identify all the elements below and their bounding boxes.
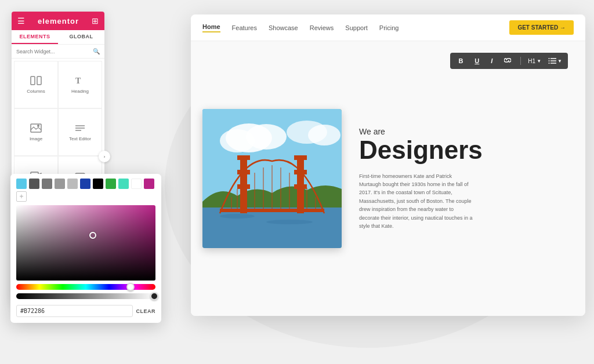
svg-point-4 <box>37 125 39 127</box>
swatch-green[interactable] <box>106 179 116 189</box>
sidebar-header: ☰ elementor ⊞ <box>12 12 104 30</box>
swatch-cyan[interactable] <box>16 179 27 189</box>
toolbar-italic[interactable]: I <box>488 56 495 65</box>
hue-slider-wrap <box>10 281 161 291</box>
bridge-image <box>202 109 342 248</box>
swatch-purple[interactable] <box>144 179 154 189</box>
image-icon <box>30 123 42 134</box>
browser-content: B U I H1 ▼ <box>191 41 585 316</box>
toolbar-list-dropdown-icon[interactable]: ▼ <box>557 59 562 64</box>
widget-image[interactable]: Image <box>14 108 58 156</box>
toolbar-underline[interactable]: U <box>472 56 481 65</box>
heading-icon: T <box>74 76 86 87</box>
svg-rect-1 <box>37 77 41 85</box>
toolbar-bold[interactable]: B <box>456 56 465 65</box>
tab-elements[interactable]: ELEMENTS <box>12 30 58 44</box>
svg-point-32 <box>246 124 287 150</box>
svg-point-27 <box>549 60 550 61</box>
swatch-black[interactable] <box>93 179 103 189</box>
swatch-teal[interactable] <box>118 179 129 189</box>
hue-thumb[interactable] <box>126 283 135 291</box>
toolbar-divider <box>520 57 521 65</box>
nav-links: Home Features Showcase Reviews Support P… <box>202 23 399 32</box>
svg-rect-41 <box>237 184 250 189</box>
toolbar-heading[interactable]: H1 ▼ <box>528 58 541 64</box>
widget-text-editor-label: Text Editor <box>69 136 91 141</box>
svg-point-34 <box>308 125 341 145</box>
hero-description: First-time homeowners Kate and Patrick M… <box>359 172 475 231</box>
svg-text:T: T <box>75 77 81 85</box>
search-input[interactable] <box>16 49 92 54</box>
hamburger-icon[interactable]: ☰ <box>17 16 25 26</box>
svg-rect-0 <box>31 77 35 85</box>
color-picker-panel: + CLEAR <box>10 174 161 323</box>
nav-pricing[interactable]: Pricing <box>379 24 399 31</box>
svg-rect-45 <box>294 184 307 189</box>
clear-button[interactable]: CLEAR <box>136 308 156 314</box>
widget-heading-label: Heading <box>71 89 89 94</box>
search-icon: 🔍 <box>93 48 100 54</box>
swatch-dark1[interactable] <box>29 179 39 189</box>
toolbar-h1-label: H1 <box>528 58 535 64</box>
widget-heading[interactable]: T Heading <box>58 61 102 108</box>
opacity-thumb[interactable] <box>150 292 158 300</box>
svg-rect-57 <box>220 209 324 212</box>
swatch-dark2[interactable] <box>42 179 52 189</box>
sidebar-search: 🔍 <box>12 45 104 59</box>
nav-features[interactable]: Features <box>232 24 257 31</box>
text-editor-toolbar: B U I H1 ▼ <box>450 53 568 69</box>
grid-icon[interactable]: ⊞ <box>92 16 99 26</box>
browser-window: Home Features Showcase Reviews Support P… <box>191 14 585 316</box>
widget-image-label: Image <box>30 136 42 141</box>
svg-point-36 <box>220 214 255 219</box>
sidebar-tabs: ELEMENTS GLOBAL <box>12 30 104 45</box>
toolbar-link[interactable] <box>502 56 513 65</box>
toolbar-list[interactable]: ▼ <box>548 57 562 64</box>
opacity-slider[interactable] <box>16 293 155 299</box>
swatch-blue[interactable] <box>80 179 90 189</box>
swatch-gray[interactable] <box>55 179 65 189</box>
hex-row: CLEAR <box>10 303 161 317</box>
columns-icon <box>30 76 42 87</box>
gradient-dark <box>16 205 155 281</box>
swatch-light[interactable] <box>67 179 78 189</box>
content-right: We are Designers First-time homeowners K… <box>353 41 585 316</box>
swatch-add-button[interactable]: + <box>16 191 27 202</box>
svg-rect-39 <box>237 155 250 160</box>
opacity-slider-wrap <box>10 291 161 303</box>
svg-point-28 <box>549 63 550 64</box>
sidebar-expand-arrow[interactable]: › <box>99 151 110 162</box>
widget-columns-label: Columns <box>27 89 45 94</box>
hue-slider[interactable] <box>16 284 155 290</box>
we-are-text: We are <box>359 127 568 136</box>
svg-point-26 <box>549 58 550 59</box>
bridge-svg <box>202 109 342 248</box>
nav-home[interactable]: Home <box>202 23 220 32</box>
text-editor-icon <box>74 123 86 134</box>
hex-input[interactable] <box>16 305 133 317</box>
widget-text-editor[interactable]: Text Editor <box>58 108 102 156</box>
svg-rect-35 <box>202 208 342 248</box>
color-swatches: + <box>10 174 161 205</box>
widget-columns[interactable]: Columns <box>14 61 58 108</box>
hero-title: Designers <box>359 137 568 163</box>
get-started-button[interactable]: GET STARTED → <box>509 20 574 35</box>
nav-support[interactable]: Support <box>345 24 368 31</box>
tab-global[interactable]: GLOBAL <box>58 30 104 44</box>
toolbar-heading-dropdown-icon[interactable]: ▼ <box>537 59 541 64</box>
content-left <box>191 41 353 316</box>
nav-reviews[interactable]: Reviews <box>310 24 334 31</box>
nav-showcase[interactable]: Showcase <box>269 24 298 31</box>
svg-rect-43 <box>294 155 307 160</box>
svg-point-37 <box>266 220 313 224</box>
browser-nav: Home Features Showcase Reviews Support P… <box>191 14 585 41</box>
color-gradient-area[interactable] <box>16 205 155 281</box>
swatch-white[interactable] <box>131 179 142 189</box>
sidebar-logo: elementor <box>38 17 79 26</box>
